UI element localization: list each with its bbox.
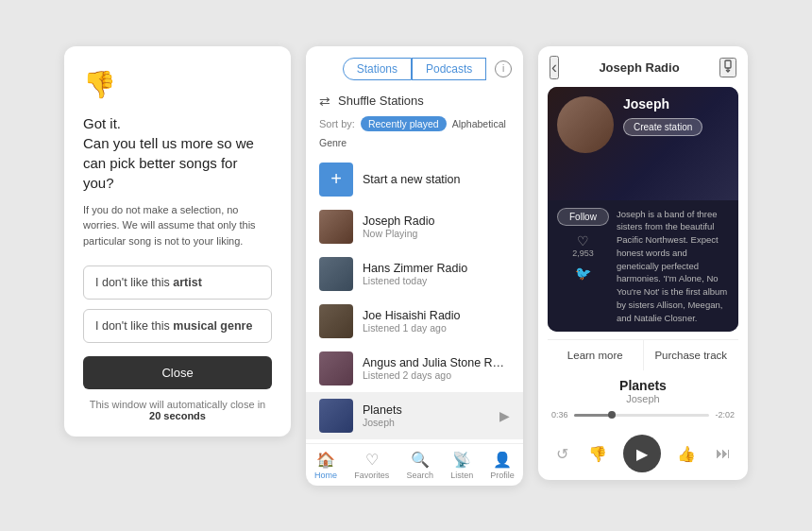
create-station-button[interactable]: Create station	[623, 118, 702, 136]
dislike-artist-option[interactable]: I don't like this artist	[83, 266, 272, 300]
sort-recently-played[interactable]: Recently played	[361, 116, 447, 131]
station-info: Planets Joseph	[363, 403, 490, 428]
artist-avatar	[557, 96, 614, 153]
angus-thumb	[319, 351, 353, 385]
play-icon: ▶	[499, 408, 510, 423]
nav-listen[interactable]: 📡 Listen	[450, 451, 473, 480]
station-sub: Listened 2 days ago	[363, 369, 510, 381]
joe-thumb	[319, 304, 353, 338]
sort-row: Sort by: Recently played Alphabetical Ge…	[306, 116, 523, 156]
list-item[interactable]: Joe Hisaishi Radio Listened 1 day ago	[306, 298, 523, 345]
info-icon[interactable]: i	[495, 60, 512, 77]
artist-background: Joseph Create station	[548, 87, 738, 200]
station-sub: Listened 1 day ago	[363, 322, 510, 334]
progress-fill	[574, 414, 612, 417]
artist-actions: Follow ♡ 2,953 🐦	[557, 208, 609, 325]
dislike-genre-option[interactable]: I don't like this musical genre	[83, 309, 272, 343]
profile-icon: 👤	[493, 451, 512, 469]
feedback-subtitle: If you do not make a selection, no worri…	[83, 202, 272, 249]
back-button[interactable]: ‹	[550, 56, 559, 79]
feedback-title: Got it. Can you tell us more so we can p…	[83, 113, 272, 193]
home-icon: 🏠	[316, 451, 335, 469]
thumbs-down-icon: 👎	[83, 69, 272, 100]
nav-search[interactable]: 🔍 Search	[406, 451, 433, 480]
station-sub: Joseph	[363, 417, 490, 428]
feedback-panel: 👎 Got it. Can you tell us more so we can…	[64, 46, 291, 437]
artist-info: Joseph Create station	[623, 96, 702, 136]
artist-card: Joseph Create station Follow ♡ 2,953 🐦 J…	[548, 87, 738, 333]
station-sub: Listened today	[363, 275, 510, 286]
station-name: Angus and Julia Stone Radio	[363, 356, 510, 369]
station-list: + Start a new station Joseph Radio Now P…	[306, 156, 523, 439]
nav-search-label: Search	[406, 471, 433, 480]
tab-bar: Stations Podcasts i	[306, 46, 523, 88]
new-station-label: Start a new station	[363, 173, 510, 186]
artist-name: Joseph	[623, 96, 702, 111]
progress-track[interactable]	[574, 414, 710, 417]
bottom-nav: 🏠 Home ♡ Favorites 🔍 Search 📡 Listen 👤 P…	[306, 443, 523, 486]
purchase-track-button[interactable]: Purchase track	[644, 340, 739, 370]
nav-home[interactable]: 🏠 Home	[314, 451, 337, 480]
player-header: ‹ Joseph Radio	[538, 46, 748, 87]
list-item[interactable]: Joseph Radio Now Playing	[306, 203, 523, 250]
hans-thumb	[319, 257, 353, 291]
heart-icon: ♡	[577, 233, 589, 248]
favorites-icon: ♡	[365, 451, 379, 469]
now-playing-section: Planets Joseph 0:36 -2:02	[538, 370, 748, 431]
tab-podcasts[interactable]: Podcasts	[412, 58, 486, 80]
new-station-item[interactable]: + Start a new station	[306, 156, 523, 203]
play-pause-button[interactable]: ▶	[623, 435, 661, 472]
thumbs-down-button[interactable]: 👎	[584, 441, 611, 467]
share-button[interactable]	[719, 58, 736, 77]
shuffle-row[interactable]: ⇄ Shuffle Stations	[306, 88, 523, 116]
station-info: Joe Hisaishi Radio Listened 1 day ago	[363, 309, 510, 334]
station-name: Hans Zimmer Radio	[363, 262, 510, 275]
svg-rect-0	[725, 60, 731, 68]
auto-close-text: This window will automatically close in …	[83, 399, 272, 421]
nav-profile[interactable]: 👤 Profile	[490, 451, 515, 480]
follow-button[interactable]: Follow	[557, 208, 609, 226]
like-count: ♡ 2,953	[572, 233, 594, 258]
thumbs-up-button[interactable]: 👍	[673, 441, 700, 467]
nav-profile-label: Profile	[490, 471, 515, 480]
learn-more-button[interactable]: Learn more	[548, 340, 644, 370]
search-icon: 🔍	[411, 451, 430, 469]
list-item[interactable]: Angus and Julia Stone Radio Listened 2 d…	[306, 345, 523, 392]
nav-favorites[interactable]: ♡ Favorites	[354, 451, 389, 480]
skip-button[interactable]: ⏭	[712, 441, 735, 466]
station-sub: Now Playing	[363, 228, 510, 239]
add-station-icon: +	[319, 163, 353, 197]
repeat-button[interactable]: ↺	[552, 441, 572, 467]
time-current: 0:36	[551, 410, 568, 420]
station-info: Hans Zimmer Radio Listened today	[363, 262, 510, 286]
sort-label-text: Sort by:	[319, 118, 355, 129]
like-count-value: 2,953	[572, 248, 594, 258]
progress-bar[interactable]: 0:36 -2:02	[551, 410, 735, 420]
action-bar: Learn more Purchase track	[548, 339, 738, 370]
shuffle-label: Shuffle Stations	[338, 94, 424, 108]
artist-description: Joseph is a band of three sisters from t…	[617, 208, 729, 325]
planets-thumb	[319, 399, 353, 433]
artist-body: Follow ♡ 2,953 🐦 Joseph is a band of thr…	[548, 200, 738, 333]
station-info: Joseph Radio Now Playing	[363, 214, 510, 239]
time-remaining: -2:02	[715, 410, 735, 420]
joseph-thumb	[319, 210, 353, 244]
nav-favorites-label: Favorites	[354, 471, 389, 480]
sort-genre[interactable]: Genre	[319, 137, 347, 148]
nav-listen-label: Listen	[450, 471, 473, 480]
twitter-icon[interactable]: 🐦	[575, 266, 591, 281]
station-name: Planets	[363, 403, 490, 417]
progress-thumb	[608, 411, 616, 419]
listen-icon: 📡	[452, 451, 471, 469]
list-item[interactable]: Hans Zimmer Radio Listened today	[306, 250, 523, 298]
player-title: Joseph Radio	[599, 60, 679, 75]
sort-alphabetical[interactable]: Alphabetical	[452, 118, 506, 129]
stations-panel: Stations Podcasts i ⇄ Shuffle Stations S…	[306, 46, 523, 486]
shuffle-icon: ⇄	[319, 94, 330, 109]
tab-stations[interactable]: Stations	[343, 58, 412, 80]
station-name: Joseph Radio	[363, 214, 510, 228]
list-item[interactable]: Planets Joseph ▶	[306, 392, 523, 439]
close-button[interactable]: Close	[83, 356, 272, 389]
track-title: Planets	[551, 378, 735, 393]
playback-controls: ↺ 👎 ▶ 👍 ⏭	[538, 431, 748, 480]
